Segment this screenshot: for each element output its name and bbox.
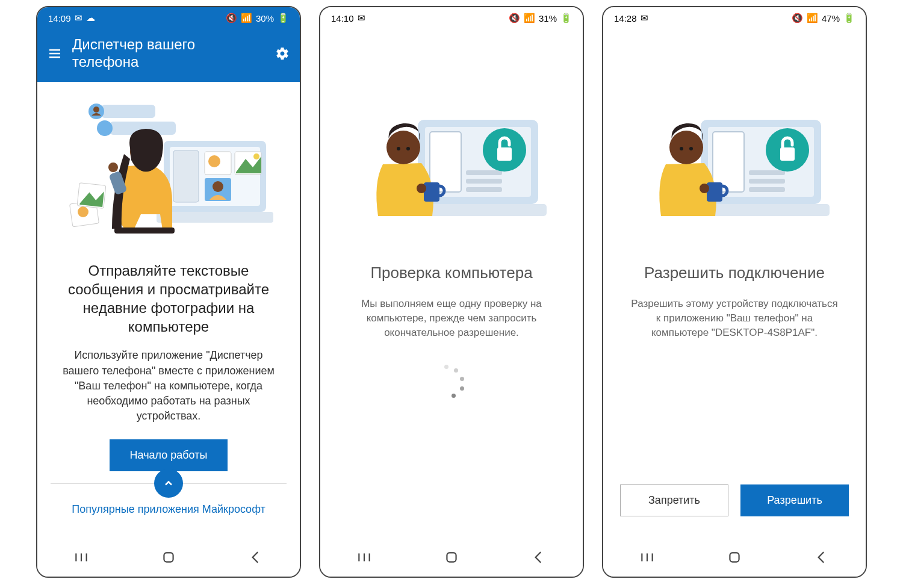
start-button[interactable]: Начало работы bbox=[110, 439, 228, 471]
svg-rect-41 bbox=[424, 182, 439, 202]
svg-rect-10 bbox=[173, 150, 199, 202]
status-icon: ✉ bbox=[75, 13, 82, 23]
nav-bar bbox=[320, 540, 583, 577]
body-text: Мы выполняем еще одну проверку на компью… bbox=[334, 297, 569, 339]
svg-point-5 bbox=[93, 107, 99, 113]
battery-icon: 🔋 bbox=[560, 13, 572, 23]
battery-text: 47% bbox=[822, 13, 840, 23]
svg-point-56 bbox=[669, 131, 703, 164]
phone-screen-3: 14:28 ✉ 🔇 📶 47% 🔋 bbox=[602, 6, 867, 578]
separator: Популярные приложения Майкрософт bbox=[51, 483, 287, 523]
svg-rect-37 bbox=[497, 147, 512, 161]
allow-button[interactable]: Разрешить bbox=[740, 484, 849, 516]
svg-rect-24 bbox=[114, 227, 175, 234]
hero-illustration bbox=[51, 88, 287, 244]
svg-rect-59 bbox=[707, 182, 722, 202]
status-time: 14:09 bbox=[48, 13, 71, 23]
svg-point-39 bbox=[397, 147, 400, 150]
headline: Проверка компьютера bbox=[370, 264, 532, 282]
status-time: 14:10 bbox=[331, 13, 354, 23]
wifi-icon: 📶 bbox=[524, 13, 535, 23]
mute-icon: 🔇 bbox=[509, 13, 520, 23]
svg-point-57 bbox=[680, 147, 683, 150]
nav-bar bbox=[37, 540, 300, 577]
svg-rect-55 bbox=[780, 147, 795, 161]
svg-point-60 bbox=[700, 184, 709, 193]
svg-rect-51 bbox=[749, 179, 785, 184]
nav-bar bbox=[603, 540, 866, 577]
nav-back-icon[interactable] bbox=[248, 549, 264, 568]
main-content: Разрешить подключение Разрешить этому ус… bbox=[603, 29, 866, 540]
svg-point-17 bbox=[213, 181, 223, 192]
menu-icon[interactable] bbox=[46, 45, 64, 63]
svg-point-40 bbox=[406, 147, 410, 150]
app-header: Диспетчер вашего телефона bbox=[37, 29, 300, 82]
battery-text: 31% bbox=[539, 13, 557, 23]
mute-icon: 🔇 bbox=[226, 13, 237, 23]
deny-button[interactable]: Запретить bbox=[620, 484, 728, 516]
svg-rect-34 bbox=[466, 187, 502, 192]
status-bar: 14:10 ✉ 🔇 📶 31% 🔋 bbox=[320, 7, 583, 29]
loading-spinner bbox=[433, 364, 470, 400]
hero-illustration bbox=[616, 77, 852, 246]
body-text: Используйте приложение "Диспетчер вашего… bbox=[57, 348, 281, 424]
svg-point-13 bbox=[208, 155, 220, 167]
status-icon: ✉ bbox=[358, 13, 365, 23]
status-time: 14:28 bbox=[614, 13, 637, 23]
hero-illustration bbox=[334, 77, 569, 246]
svg-rect-46 bbox=[447, 552, 456, 562]
expand-toggle[interactable] bbox=[154, 469, 183, 498]
nav-recent-icon[interactable] bbox=[73, 549, 89, 568]
nav-home-icon[interactable] bbox=[444, 549, 459, 568]
settings-icon[interactable] bbox=[273, 45, 291, 63]
svg-rect-33 bbox=[466, 179, 502, 184]
nav-recent-icon[interactable] bbox=[639, 549, 655, 568]
svg-point-42 bbox=[417, 184, 426, 193]
phone-screen-1: 14:09 ✉ ☁ 🔇 📶 30% 🔋 Диспетчер вашего тел… bbox=[36, 6, 301, 578]
phone-screen-2: 14:10 ✉ 🔇 📶 31% 🔋 bbox=[319, 6, 584, 578]
svg-point-58 bbox=[689, 147, 693, 150]
svg-point-19 bbox=[78, 206, 88, 217]
main-content: Проверка компьютера Мы выполняем еще одн… bbox=[320, 29, 583, 540]
wifi-icon: 📶 bbox=[807, 13, 818, 23]
svg-point-23 bbox=[108, 162, 118, 172]
headline: Отправляйте текстовые сообщения и просма… bbox=[54, 261, 283, 336]
svg-point-15 bbox=[253, 153, 259, 159]
wifi-icon: 📶 bbox=[241, 13, 252, 23]
svg-rect-28 bbox=[164, 552, 173, 562]
battery-icon: 🔋 bbox=[843, 13, 855, 23]
main-content: Отправляйте текстовые сообщения и просма… bbox=[37, 82, 300, 540]
svg-point-38 bbox=[386, 131, 420, 164]
body-text: Разрешить этому устройству подключаться … bbox=[616, 297, 852, 339]
nav-home-icon[interactable] bbox=[727, 549, 742, 568]
app-title: Диспетчер вашего телефона bbox=[72, 36, 265, 71]
svg-rect-52 bbox=[749, 187, 785, 192]
nav-back-icon[interactable] bbox=[814, 549, 830, 568]
status-icon: ✉ bbox=[641, 13, 648, 23]
svg-point-7 bbox=[97, 120, 113, 136]
battery-icon: 🔋 bbox=[278, 13, 289, 23]
headline: Разрешить подключение bbox=[644, 264, 825, 282]
status-bar: 14:09 ✉ ☁ 🔇 📶 30% 🔋 bbox=[37, 7, 300, 29]
svg-rect-50 bbox=[749, 170, 785, 175]
status-icon: ☁ bbox=[86, 13, 95, 23]
nav-home-icon[interactable] bbox=[161, 549, 176, 568]
battery-text: 30% bbox=[256, 13, 274, 23]
svg-rect-32 bbox=[466, 170, 502, 175]
nav-recent-icon[interactable] bbox=[356, 549, 372, 568]
mute-icon: 🔇 bbox=[792, 13, 803, 23]
status-bar: 14:28 ✉ 🔇 📶 47% 🔋 bbox=[603, 7, 866, 29]
nav-back-icon[interactable] bbox=[531, 549, 547, 568]
button-row: Запретить Разрешить bbox=[603, 484, 866, 516]
svg-rect-3 bbox=[101, 105, 155, 118]
svg-rect-64 bbox=[730, 552, 739, 562]
svg-rect-11 bbox=[157, 212, 273, 223]
